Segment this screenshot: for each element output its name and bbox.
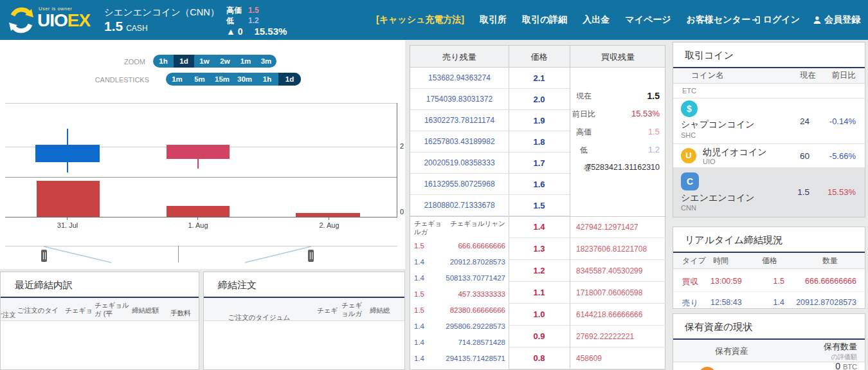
ask-row[interactable]: 16132955.80725968 [410, 174, 509, 195]
coin-row-uio[interactable]: U 幼児イオコイン UIO 60 -5.66% [673, 144, 865, 168]
navigator-center-line [178, 246, 179, 263]
col-fee: 手数料 [170, 309, 191, 317]
col-type: タイプ [682, 257, 706, 265]
col-price: 価格 [509, 51, 570, 63]
bid-row[interactable]: 6144218.66666666 [570, 304, 666, 326]
bid-volume-column: 427942.12971427 18237606.81221708 834558… [570, 216, 666, 369]
nav-cash-charge[interactable]: [キャッシュ充電方法] [376, 14, 464, 26]
header-stats: 高価1.5 低1.2 [226, 5, 259, 26]
coin-row-shc[interactable]: $ シャプコンコイン SHC 24 -0.14% [673, 98, 865, 144]
app-root: User is owner UIOEX シエンエンコイン（CNN） 1.5CAS… [0, 0, 868, 370]
high-value: 1.5 [248, 6, 259, 15]
ask-price[interactable]: 1.6 [509, 174, 570, 195]
navigator-left-handle[interactable] [41, 250, 47, 262]
ask-price[interactable]: 1.9 [509, 110, 570, 131]
ask-row[interactable]: 153682.94363274 [410, 68, 509, 89]
change-pct: 15.53% [254, 26, 287, 37]
change-abs: 0 [238, 26, 243, 37]
orders-panel-header: ご注文のタイジュム チェギ チェギョルガ 締結総 [204, 298, 404, 321]
login-link[interactable]: ログイン [752, 14, 800, 26]
col-time: 時間 [713, 257, 728, 265]
col-bid-volume: 買収残量 [570, 51, 666, 63]
ask-price[interactable]: 2.0 [509, 89, 570, 110]
ask-price[interactable]: 2.1 [509, 68, 570, 89]
nav-mypage[interactable]: マイページ [625, 14, 671, 26]
coin-row-cnn-selected[interactable]: C シエンエンコイン CNN 1.5 15.53% [673, 168, 865, 217]
low-label: 低 [226, 15, 248, 26]
col-total: 締結総額 [132, 306, 159, 315]
coin-current: 60 [800, 151, 809, 161]
bid-price[interactable]: 1.3 [509, 238, 570, 260]
bid-price[interactable]: 1.0 [509, 304, 570, 326]
bid-row[interactable]: 1718007.06060598 [570, 282, 666, 304]
bid-price[interactable]: 1.4 [509, 216, 570, 238]
price-unit: CASH [126, 24, 147, 33]
current-label: 現在 [576, 91, 592, 102]
bid-price[interactable]: 1.1 [509, 282, 570, 304]
bid-row[interactable]: 18237606.81221708 [570, 238, 666, 260]
cnn-coin-icon: C [681, 172, 699, 190]
bid-row[interactable]: 427942.12971427 [570, 216, 666, 238]
ask-row[interactable]: 21808802.71333678 [410, 195, 509, 216]
nav-exchange[interactable]: 取引所 [480, 14, 507, 26]
change-arrow-icon: ▲ [226, 26, 235, 37]
high-label: 高価 [226, 5, 248, 15]
ask-price-column: 2.1 2.0 1.9 1.8 1.7 1.6 1.5 [509, 68, 570, 216]
low-value: 1.2 [248, 16, 259, 25]
orders-panel-title: 締結注文 [218, 279, 257, 291]
current-coin-title: シエンエンコイン（CNN） [104, 6, 219, 19]
bid-row[interactable]: 8345587.40530299 [570, 260, 666, 282]
realtime-row-buy: 買収 13:00:59 1.5 666.66666666 [673, 271, 865, 292]
brand-logo[interactable]: UIOEX [37, 10, 90, 31]
ask-price[interactable]: 1.8 [509, 131, 570, 153]
bid-price[interactable]: 1.2 [509, 260, 570, 282]
ask-row[interactable]: 1754039.83031372 [410, 89, 509, 110]
col-price: チェギョ [65, 306, 93, 315]
btc-coin-icon: B [699, 367, 716, 370]
orderbook-header: 売り残量 価格 買収残量 [410, 46, 665, 68]
exec-price-header: チェギョルガ [414, 219, 442, 236]
realtime-header: タイプ 時間 価格 数量 [673, 253, 865, 269]
uioex-logo-icon [8, 6, 35, 33]
nav-trade-details[interactable]: 取引の詳細 [522, 14, 567, 26]
coin-name: 幼児イオコイン [703, 147, 767, 158]
coins-header: コイン名 現在 前日比 [673, 68, 865, 84]
col-order-time: ご注文のタイジュム [228, 313, 290, 321]
btc-quantity: 0 [835, 361, 840, 370]
high-label: 高価 [576, 127, 592, 138]
coin-ticker: CNN [681, 204, 696, 212]
bid-price-column: 1.4 1.3 1.2 1.1 1.0 0.9 0.8 [509, 216, 570, 369]
volume-value: 75283421.31162310 [586, 163, 660, 172]
bid-price[interactable]: 0.9 [509, 326, 570, 347]
nav-deposit-withdraw[interactable]: 入出金 [583, 14, 610, 26]
col-order-time: ご注文のタイ [17, 306, 59, 315]
executions-cell: チェギョルガ チェギョルリャン 1.5666.66666666 1.420912… [410, 216, 509, 370]
auth-links: ログイン 会員登録 [752, 0, 860, 40]
realtime-row-sell: 売り 12:58:43 1.4 20912.87028573 [673, 292, 865, 309]
realtime-card-title: リアルタイム締結現況 [685, 234, 782, 246]
coin-ticker: SHC [681, 131, 696, 139]
coin-change: -5.66% [829, 151, 856, 161]
header-change: ▲ 0 15.53% [226, 26, 287, 37]
ask-row[interactable]: 16257803.43189982 [410, 131, 509, 153]
navigator-right-handle[interactable] [308, 250, 314, 262]
col-exec-price: チェギョルガ [341, 301, 368, 318]
col-total: 締結総 [370, 306, 390, 315]
bid-price[interactable]: 0.8 [509, 347, 570, 369]
ask-row[interactable]: 20020519.08358333 [410, 153, 509, 174]
bid-row[interactable]: 458609 [570, 347, 666, 369]
recent-executions-panel: 最近締結内訳 ご注文 ご注文のタイ チェギョ チェギョルガ (平 締結総額 手数… [0, 272, 199, 370]
top-header: User is owner UIOEX シエンエンコイン（CNN） 1.5CAS… [0, 0, 868, 40]
bid-row[interactable]: 27692.22222221 [570, 326, 666, 347]
btc-unit: BTC [843, 363, 857, 370]
signup-link[interactable]: 会員登録 [813, 14, 860, 26]
ask-price[interactable]: 1.7 [509, 153, 570, 174]
orderbook-panel: 売り残量 価格 買収残量 153682.94363274 1754039.830… [410, 45, 665, 370]
navigator-series [0, 40, 405, 269]
col-avg-price: チェギョルガ (平 [95, 301, 129, 318]
nav-customer-center[interactable]: お客様センター [687, 14, 750, 26]
current-value: 1.5 [647, 91, 660, 101]
coin-row-partial[interactable]: ETC [673, 86, 865, 98]
ask-row[interactable]: 16302273.78121174 [410, 110, 509, 131]
ask-price[interactable]: 1.5 [509, 195, 570, 216]
